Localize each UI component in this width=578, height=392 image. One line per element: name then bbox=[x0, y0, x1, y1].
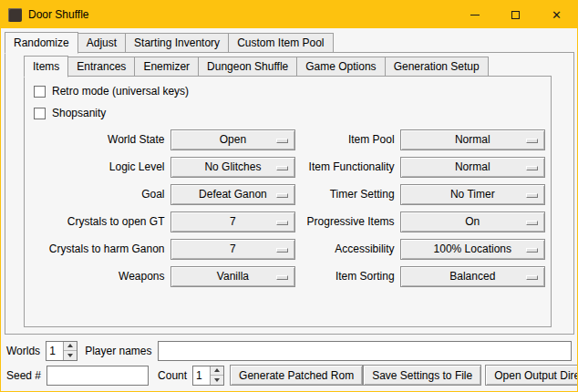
player-names-label: Player names bbox=[85, 345, 151, 357]
dropdown-indicator-icon bbox=[276, 166, 288, 170]
tab-dungeon-shuffle[interactable]: Dungeon Shuffle bbox=[198, 57, 297, 77]
tab-custom-item-pool[interactable]: Custom Item Pool bbox=[228, 33, 333, 53]
weapons-label: Weapons bbox=[30, 270, 165, 283]
worlds-row: Worlds 1 Player names bbox=[6, 340, 572, 361]
worlds-spinbox[interactable]: 1 bbox=[46, 341, 77, 361]
accessibility-dropdown[interactable]: 100% Locations bbox=[400, 239, 545, 260]
item-sorting-dropdown[interactable]: Balanced bbox=[400, 266, 545, 287]
progressive-items-value: On bbox=[465, 215, 480, 228]
dropdown-indicator-icon bbox=[526, 248, 538, 253]
dropdown-indicator-icon bbox=[276, 221, 288, 225]
timer-setting-label: Timer Setting bbox=[303, 188, 394, 201]
count-label: Count bbox=[158, 369, 187, 382]
item-pool-dropdown[interactable]: Normal bbox=[400, 129, 545, 150]
dropdown-indicator-icon bbox=[276, 193, 288, 198]
tab-enemizer[interactable]: Enemizer bbox=[134, 57, 199, 77]
world-state-dropdown[interactable]: Open bbox=[170, 129, 296, 150]
count-spinbox[interactable]: 1 bbox=[192, 366, 224, 386]
retro-mode-checkbox[interactable] bbox=[34, 86, 46, 98]
crystals-ganon-value: 7 bbox=[230, 242, 236, 255]
world-state-value: Open bbox=[220, 133, 246, 146]
worlds-value: 1 bbox=[46, 342, 63, 360]
dropdown-indicator-icon bbox=[276, 275, 288, 280]
item-functionality-label: Item Functionality bbox=[303, 160, 394, 173]
titlebar: Door Shuffle ✕ bbox=[1, 1, 577, 28]
tab-adjust[interactable]: Adjust bbox=[77, 33, 126, 53]
count-spin-down[interactable] bbox=[211, 376, 223, 385]
crystals-gt-dropdown[interactable]: 7 bbox=[170, 211, 296, 232]
maximize-icon bbox=[511, 11, 520, 19]
close-button[interactable]: ✕ bbox=[536, 1, 577, 28]
items-pane: Retro mode (universal keys) Shopsanity W… bbox=[24, 76, 552, 327]
tab-entrances[interactable]: Entrances bbox=[67, 57, 135, 77]
progressive-items-label: Progressive Items bbox=[303, 215, 394, 228]
tab-items[interactable]: Items bbox=[24, 56, 68, 77]
spin-up-icon bbox=[67, 344, 73, 347]
count-value: 1 bbox=[193, 366, 210, 385]
seed-input[interactable] bbox=[46, 366, 149, 386]
options-row: Logic Level No Glitches Item Functionali… bbox=[25, 153, 551, 181]
weapons-dropdown[interactable]: Vanilla bbox=[170, 266, 296, 287]
shopsanity-row: Shopsanity bbox=[34, 104, 551, 122]
goal-label: Goal bbox=[30, 188, 165, 201]
worlds-spin-down[interactable] bbox=[64, 351, 77, 360]
options-row: World State Open Item Pool Normal bbox=[25, 126, 551, 153]
save-settings-button[interactable]: Save Settings to File bbox=[363, 365, 481, 386]
tab-randomize[interactable]: Randomize bbox=[5, 32, 78, 54]
app-window: Door Shuffle ✕ Randomize Adjust Starting… bbox=[0, 0, 578, 392]
tab-game-options[interactable]: Game Options bbox=[296, 57, 385, 77]
bottom-bar: Worlds 1 Player names Seed # Count 1 bbox=[6, 340, 572, 386]
spin-down-icon bbox=[67, 354, 73, 357]
logic-level-value: No Glitches bbox=[204, 160, 261, 173]
tab-generation-setup[interactable]: Generation Setup bbox=[385, 57, 489, 77]
options-grid: World State Open Item Pool Normal bbox=[25, 126, 551, 290]
item-functionality-dropdown[interactable]: Normal bbox=[400, 157, 545, 178]
crystals-ganon-label: Crystals to harm Ganon bbox=[30, 242, 165, 255]
crystals-gt-label: Crystals to open GT bbox=[30, 215, 165, 228]
crystals-gt-value: 7 bbox=[230, 215, 236, 228]
item-sorting-value: Balanced bbox=[449, 270, 495, 283]
dropdown-indicator-icon bbox=[526, 139, 538, 143]
worlds-label: Worlds bbox=[6, 345, 40, 357]
options-row: Weapons Vanilla Item Sorting Balanced bbox=[25, 263, 551, 290]
world-state-label: World State bbox=[30, 133, 165, 146]
count-spin-up[interactable] bbox=[211, 366, 223, 376]
minimize-button[interactable] bbox=[454, 1, 495, 28]
goal-value: Defeat Ganon bbox=[199, 188, 267, 201]
app-icon bbox=[8, 8, 22, 22]
spin-down-icon bbox=[214, 378, 220, 382]
options-row: Crystals to harm Ganon 7 Accessibility 1… bbox=[25, 235, 551, 263]
timer-setting-value: No Timer bbox=[450, 188, 495, 201]
main-tab-bar: Randomize Adjust Starting Inventory Cust… bbox=[5, 32, 574, 53]
item-functionality-value: Normal bbox=[455, 160, 490, 173]
timer-setting-dropdown[interactable]: No Timer bbox=[400, 184, 545, 205]
accessibility-value: 100% Locations bbox=[434, 242, 511, 255]
window-title: Door Shuffle bbox=[28, 8, 454, 21]
shopsanity-checkbox[interactable] bbox=[34, 108, 46, 119]
player-names-input[interactable] bbox=[158, 341, 573, 361]
maximize-button[interactable] bbox=[495, 1, 536, 28]
tab-starting-inventory[interactable]: Starting Inventory bbox=[125, 33, 229, 53]
dropdown-indicator-icon bbox=[526, 193, 538, 198]
spin-up-icon bbox=[214, 368, 220, 372]
dropdown-indicator-icon bbox=[526, 166, 538, 170]
retro-mode-label: Retro mode (universal keys) bbox=[52, 85, 189, 98]
randomize-pane: Items Entrances Enemizer Dungeon Shuffle… bbox=[5, 52, 574, 335]
logic-level-dropdown[interactable]: No Glitches bbox=[170, 157, 296, 178]
dropdown-indicator-icon bbox=[526, 275, 538, 280]
generate-patched-rom-button[interactable]: Generate Patched Rom bbox=[230, 365, 363, 386]
progressive-items-dropdown[interactable]: On bbox=[400, 211, 545, 232]
logic-level-label: Logic Level bbox=[30, 160, 165, 173]
dropdown-indicator-icon bbox=[276, 139, 288, 143]
goal-dropdown[interactable]: Defeat Ganon bbox=[170, 184, 296, 205]
seed-row: Seed # Count 1 Generate Patched Rom Save… bbox=[6, 365, 572, 386]
crystals-ganon-dropdown[interactable]: 7 bbox=[170, 239, 296, 260]
item-sorting-label: Item Sorting bbox=[303, 270, 394, 283]
minimize-icon bbox=[470, 15, 480, 15]
seed-label: Seed # bbox=[6, 369, 41, 382]
shopsanity-label: Shopsanity bbox=[52, 107, 106, 119]
open-output-directory-button[interactable]: Open Output Directory bbox=[485, 365, 578, 386]
worlds-spin-up[interactable] bbox=[64, 342, 77, 351]
accessibility-label: Accessibility bbox=[303, 242, 394, 255]
weapons-value: Vanilla bbox=[217, 270, 249, 283]
